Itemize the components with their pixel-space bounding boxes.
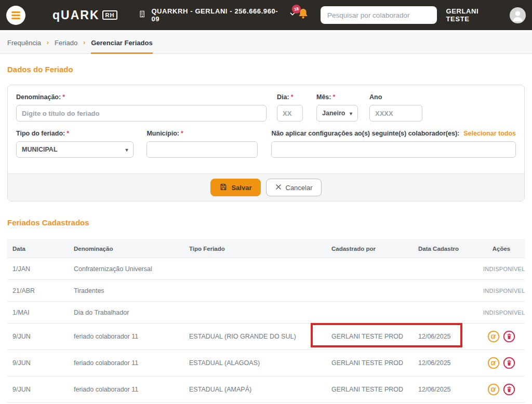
breadcrumb: Frequência › Feriado › Gerenciar Feriado… (0, 30, 532, 54)
avatar[interactable] (510, 7, 526, 23)
logo-rh-badge: RH (102, 10, 118, 20)
name-cell: feriado colaborador 11 (69, 324, 184, 350)
col-acoes: Ações (478, 240, 525, 258)
register-date-cell: 12/06/2025 (413, 350, 478, 376)
register-date-cell: 12/06/2025 (413, 324, 478, 350)
type-cell: ESTADUAL (ALAGOAS) (184, 350, 326, 376)
registered-by-cell (326, 302, 413, 324)
breadcrumb-separator-icon: › (47, 39, 49, 46)
company-name: QUARKRH - GERLANI - 256.666.960-09 (151, 7, 284, 23)
colaboradores-input[interactable] (271, 141, 516, 158)
date-cell: 1/JAN (7, 258, 69, 280)
delete-button[interactable] (503, 383, 515, 396)
tipo-feriado-select[interactable]: MUNICIPAL ▾ (16, 141, 134, 158)
table-header-row: Data Denominação Tipo Feriado Cadastrado… (7, 240, 525, 258)
denominacao-label: Denominação:* (16, 93, 267, 101)
table-row: 9/JUNferiado colaborador 11ESTADUAL (ALA… (7, 350, 525, 376)
edit-button[interactable] (487, 357, 500, 369)
col-cadastrado-por: Cadastrado por (326, 240, 413, 258)
date-cell: 9/JUN (7, 376, 69, 403)
registered-by-cell: GERLANI TESTE PROD (326, 376, 413, 403)
name-cell: Tiradentes (69, 280, 184, 302)
register-date-cell (413, 302, 478, 324)
dia-input[interactable] (277, 105, 303, 122)
selecionar-todos-link[interactable]: Selecionar todos (463, 130, 516, 137)
actions-cell (478, 324, 525, 350)
delete-button[interactable] (503, 357, 515, 369)
type-cell: ESTADUAL (AMAPÁ) (184, 376, 326, 403)
form-section-title: Dados do Feriado (7, 65, 525, 74)
company-selector[interactable]: QUARKRH - GERLANI - 256.666.960-09 (138, 7, 296, 23)
dia-label: Dia:* (277, 93, 303, 101)
table-row: 21/ABRTiradentesINDISPONÍVEL (7, 280, 525, 302)
ano-input[interactable] (369, 105, 422, 122)
holidays-table: Data Denominação Tipo Feriado Cadastrado… (7, 239, 525, 404)
cancel-button[interactable]: Cancelar (266, 179, 322, 196)
registered-by-cell: GERLANI TESTE PROD (326, 324, 413, 350)
table-row: 9/JUNferiado colaborador 11ESTADUAL (AMA… (7, 376, 525, 403)
edit-button[interactable] (487, 383, 500, 396)
registered-by-cell (326, 258, 413, 280)
col-tipo-feriado: Tipo Feriado (184, 240, 326, 258)
search-input[interactable] (321, 6, 437, 24)
type-cell (184, 302, 326, 324)
notifications-button[interactable]: 18 (296, 7, 310, 23)
registered-by-cell (326, 280, 413, 302)
table-row: 1/JANConfraternização UniversalINDISPONÍ… (7, 258, 525, 280)
building-icon (138, 9, 147, 21)
caret-down-icon: ▾ (125, 147, 128, 153)
name-cell: Confraternização Universal (69, 258, 184, 280)
type-cell: ESTADUAL (RIO GRANDE DO SUL) (184, 324, 326, 350)
type-cell (184, 258, 326, 280)
user-name: GERLANI TESTE (446, 7, 503, 23)
municipio-input[interactable] (147, 141, 258, 158)
register-date-cell: 12/06/2025 (413, 376, 478, 403)
table-row-highlighted: 9/JUNferiado colaborador 11ESTADUAL (RIO… (7, 324, 525, 350)
registered-by-cell: GERLANI TESTE PROD (326, 350, 413, 376)
actions-cell: INDISPONÍVEL (478, 280, 525, 302)
table-body: 1/JANConfraternização UniversalINDISPONÍ… (7, 258, 525, 404)
mes-select[interactable]: Janeiro ▾ (316, 105, 358, 122)
table-section-title: Feriados Cadastrados (7, 218, 525, 227)
edit-button[interactable] (487, 330, 500, 343)
app-header: qUARK RH QUARKRH - GERLANI - 256.666.960… (0, 0, 532, 30)
hamburger-icon (11, 11, 20, 13)
col-denominacao: Denominação (69, 240, 184, 258)
date-cell: 21/ABR (7, 280, 69, 302)
ano-label: Ano (369, 93, 422, 101)
municipio-label: Município:* (147, 130, 258, 137)
mes-label: Mês:* (316, 93, 358, 101)
date-cell: 9/JUN (7, 350, 69, 376)
delete-button[interactable] (503, 330, 515, 343)
actions-cell: INDISPONÍVEL (478, 302, 525, 324)
holiday-form-card: Denominação:* Dia:* Mês:* Janeiro ▾ Ano (7, 85, 525, 201)
name-cell: feriado colaborador 11 (69, 376, 184, 403)
register-date-cell (413, 280, 478, 302)
close-icon (275, 183, 282, 192)
app-logo: qUARK RH (52, 8, 117, 22)
form-footer: Salvar Cancelar (8, 173, 524, 201)
save-button[interactable]: Salvar (210, 179, 260, 196)
caret-down-icon: ▾ (350, 111, 352, 116)
name-cell: Dia do Trabalhador (69, 302, 184, 324)
table-row: 1/MAIDia do TrabalhadorINDISPONÍVEL (7, 302, 525, 324)
register-date-cell (413, 258, 478, 280)
denominacao-input[interactable] (16, 105, 267, 122)
colaboradores-label: Não aplicar configurações ao(s) seguinte… (271, 130, 459, 137)
logo-text: qUARK (52, 8, 100, 22)
breadcrumb-item-gerenciar-feriados[interactable]: Gerenciar Feriados (91, 39, 153, 47)
breadcrumb-item-feriado[interactable]: Feriado (55, 39, 77, 47)
tipo-feriado-label: Tipo do feriado:* (16, 130, 134, 137)
breadcrumb-item-frequencia[interactable]: Frequência (7, 39, 41, 47)
save-icon (219, 183, 228, 193)
name-cell: feriado colaborador 11 (69, 350, 184, 376)
breadcrumb-separator-icon: › (83, 39, 85, 46)
date-cell: 9/JUN (7, 324, 69, 350)
menu-button[interactable] (6, 6, 25, 25)
date-cell: 1/MAI (7, 302, 69, 324)
actions-cell (478, 350, 525, 376)
actions-cell (478, 376, 525, 403)
actions-cell: INDISPONÍVEL (478, 258, 525, 280)
col-data: Data (7, 240, 69, 258)
bell-icon (296, 14, 310, 23)
